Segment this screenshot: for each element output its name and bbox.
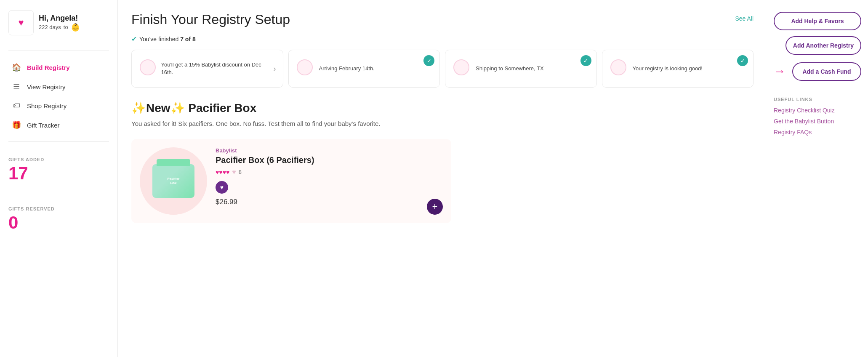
- sidebar: ♥ Hi, Angela! 222 days to 👶 🏠 Build Regi…: [0, 0, 118, 357]
- arrow-annotation: Add Another Registry: [774, 36, 861, 55]
- add-help-favors-button[interactable]: Add Help & Favors: [774, 12, 861, 30]
- product-price: $26.99: [216, 198, 418, 206]
- setup-card-shipping[interactable]: 🚚 Shipping to Somewhere, TX ✓: [445, 50, 597, 88]
- see-all-link[interactable]: See All: [735, 12, 754, 22]
- progress-bold: 7 of 8: [180, 36, 196, 43]
- right-sidebar: Add Help & Favors Add Another Registry →…: [767, 0, 868, 357]
- sidebar-item-view-registry[interactable]: ☰ View Registry: [8, 77, 109, 96]
- product-image-container: PacifierBox: [140, 147, 207, 215]
- user-greeting: Hi, Angela!: [39, 14, 109, 23]
- half-heart-icon: ♥: [232, 168, 236, 176]
- svg-point-0: [140, 60, 155, 75]
- home-icon: 🏠: [12, 63, 21, 72]
- promo-title-main: Pacifier Box: [188, 101, 256, 115]
- gifts-reserved-count: 0: [8, 214, 109, 232]
- add-cash-fund-button[interactable]: Add a Cash Fund: [792, 62, 861, 81]
- cash-fund-row: → Add a Cash Fund: [774, 62, 861, 81]
- card-arrow-icon: ›: [274, 64, 276, 73]
- rating-count: 8: [239, 169, 242, 175]
- gifts-added-section: GIFTS ADDED 17: [8, 157, 109, 184]
- promo-section: ✨New✨ Pacifier Box You asked for it! Six…: [131, 101, 754, 223]
- setup-card-arriving[interactable]: 🛒 Arriving February 14th. ✓: [288, 50, 440, 88]
- nav-label-build-registry: Build Registry: [27, 64, 70, 71]
- stroller-icon: 🛒: [296, 58, 314, 80]
- nav-label-view-registry: View Registry: [27, 83, 65, 91]
- baby-icon: 👶: [71, 23, 80, 32]
- sidebar-nav: 🏠 Build Registry ☰ View Registry 🏷 Shop …: [8, 58, 109, 135]
- setup-card-looking-good-text: Your registry is looking good!: [633, 65, 703, 72]
- gifts-reserved-section: GIFTS RESERVED 0: [8, 206, 109, 233]
- gifts-added-label: GIFTS ADDED: [8, 157, 109, 162]
- setup-card-shipping-text: Shipping to Somewhere, TX: [476, 65, 544, 72]
- user-days: 222 days to 👶: [39, 23, 109, 32]
- sidebar-divider-3: [8, 191, 109, 191]
- registry-icon: 👶: [609, 58, 628, 80]
- page-title: Finish Your Registry Setup: [131, 12, 290, 27]
- setup-card-discount-text: You'll get a 15% Babylist discount on De…: [161, 61, 268, 76]
- registry-checklist-quiz-link[interactable]: Registry Checklist Quiz: [774, 107, 861, 114]
- product-image: PacifierBox: [146, 154, 201, 208]
- shipping-check-icon: ✓: [580, 55, 591, 66]
- setup-cards: 🎁 You'll get a 15% Babylist discount on …: [131, 50, 754, 88]
- discount-icon: 🎁: [138, 58, 156, 80]
- sidebar-header: ♥ Hi, Angela! 222 days to 👶: [8, 10, 109, 35]
- main-content: Finish Your Registry Setup See All ✔ You…: [118, 0, 767, 357]
- add-product-button[interactable]: +: [427, 199, 443, 215]
- product-source-icon: ♥: [216, 181, 228, 194]
- nav-label-shop-registry: Shop Registry: [27, 102, 67, 109]
- logo-box: ♥: [8, 10, 34, 35]
- gifts-added-count: 17: [8, 165, 109, 182]
- logo-heart-icon: ♥: [18, 17, 24, 28]
- promo-title-prefix: ✨New✨: [131, 101, 188, 115]
- sidebar-item-gift-tracker[interactable]: 🎁 Gift Tracker: [8, 115, 109, 135]
- svg-point-6: [611, 60, 626, 75]
- product-rating: ♥♥♥♥♥ 8: [216, 168, 418, 176]
- promo-subtitle: You asked for it! Six pacifiers. One box…: [131, 119, 426, 129]
- shipping-icon: 🚚: [452, 58, 471, 80]
- product-name: Pacifier Box (6 Pacifiers): [216, 155, 418, 165]
- progress-check-icon: ✔: [131, 35, 137, 43]
- looking-good-check-icon: ✓: [737, 55, 748, 66]
- nav-label-gift-tracker: Gift Tracker: [27, 122, 60, 129]
- days-text: 222 days: [39, 24, 61, 30]
- hearts-icon: ♥♥♥♥: [216, 169, 229, 176]
- pacifier-box-illustration: PacifierBox: [152, 164, 194, 198]
- user-info: Hi, Angela! 222 days to 👶: [39, 14, 109, 32]
- progress-bar: ✔ You've finished 7 of 8: [131, 35, 754, 43]
- sidebar-divider: [8, 51, 109, 51]
- useful-links-title: USEFUL LINKS: [774, 97, 861, 102]
- page-header: Finish Your Registry Setup See All: [131, 12, 754, 27]
- tag-icon: 🏷: [12, 101, 21, 110]
- pink-arrow-icon: →: [774, 65, 785, 78]
- gifts-reserved-label: GIFTS RESERVED: [8, 206, 109, 211]
- product-card: PacifierBox Babylist Pacifier Box (6 Pac…: [131, 139, 451, 223]
- registry-faqs-link[interactable]: Registry FAQs: [774, 129, 861, 136]
- days-label: to: [64, 24, 68, 30]
- setup-card-discount[interactable]: 🎁 You'll get a 15% Babylist discount on …: [131, 50, 283, 88]
- progress-text: You've finished 7 of 8: [139, 36, 196, 43]
- sidebar-item-build-registry[interactable]: 🏠 Build Registry: [8, 58, 109, 77]
- add-another-registry-button[interactable]: Add Another Registry: [785, 36, 861, 55]
- list-icon: ☰: [12, 82, 21, 91]
- svg-point-4: [454, 60, 469, 75]
- gift-icon: 🎁: [12, 120, 21, 130]
- promo-title: ✨New✨ Pacifier Box: [131, 101, 754, 115]
- setup-card-arriving-text: Arriving February 14th.: [319, 65, 375, 72]
- useful-links-section: USEFUL LINKS Registry Checklist Quiz Get…: [774, 97, 861, 140]
- product-brand: Babylist: [216, 147, 418, 154]
- sidebar-item-shop-registry[interactable]: 🏷 Shop Registry: [8, 96, 109, 115]
- arriving-check-icon: ✓: [423, 55, 434, 66]
- sidebar-divider-2: [8, 141, 109, 142]
- product-info: Babylist Pacifier Box (6 Pacifiers) ♥♥♥♥…: [216, 147, 418, 206]
- get-babylist-button-link[interactable]: Get the Babylist Button: [774, 118, 861, 125]
- setup-card-looking-good[interactable]: 👶 Your registry is looking good! ✓: [602, 50, 754, 88]
- svg-point-2: [297, 60, 312, 75]
